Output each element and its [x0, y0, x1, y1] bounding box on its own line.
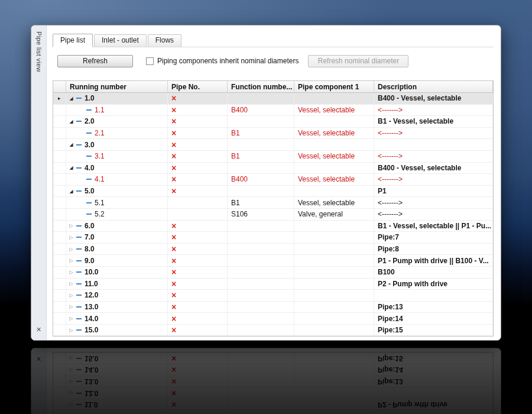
tree-toggle-icon[interactable]: ◢: [67, 165, 75, 170]
col-header-function-number[interactable]: Function numbe...: [228, 81, 294, 92]
table-row[interactable]: ▷ 9.0 × P1 - Pump with drive || B100 - V…: [53, 255, 493, 267]
col-header-pipe-component[interactable]: Pipe component 1: [294, 81, 374, 92]
table-row[interactable]: ▷ 14.0 × Pipe:14: [53, 313, 493, 325]
table-row[interactable]: ▷ 6.0 × B1 - Vessel, selectable || P1 - …: [53, 221, 493, 232]
table-row[interactable]: 1.1 × B400 Vessel, selectable <------->: [53, 105, 493, 117]
function-number: [228, 302, 294, 313]
description: <------->: [374, 151, 493, 162]
description: [374, 290, 493, 301]
tree-toggle-icon[interactable]: ▷: [67, 304, 75, 309]
error-x-icon: ×: [171, 117, 176, 125]
tab-inlet-outlet[interactable]: Inlet - outlet: [94, 34, 147, 47]
tree-toggle-icon[interactable]: ▷: [67, 328, 75, 333]
checkbox-box[interactable]: [146, 57, 154, 65]
pipe-component: [294, 221, 374, 232]
description: <------->: [374, 174, 493, 185]
table-row[interactable]: ▷ 8.0 × Pipe:8: [53, 244, 493, 255]
tree-toggle-icon[interactable]: ▷: [67, 235, 75, 240]
tree-toggle-icon[interactable]: ◢: [67, 142, 75, 147]
table-row[interactable]: ▷ 13.0 × Pipe:13: [53, 302, 493, 313]
inherit-diameters-checkbox[interactable]: Piping components inherit nominal diamet…: [146, 57, 299, 65]
running-number: 15.0: [85, 326, 98, 334]
table-row[interactable]: ◢ 3.0 ×: [53, 139, 493, 151]
close-icon[interactable]: ✕: [31, 326, 46, 334]
tree-toggle-icon[interactable]: ▷: [67, 258, 75, 263]
running-number: 1.0: [85, 94, 95, 102]
tree-dash-icon: [76, 271, 82, 273]
refresh-button[interactable]: Refresh: [57, 55, 133, 67]
function-number: [228, 267, 294, 278]
description: P1 - Pump with drive || B100 - V...: [374, 255, 493, 266]
tree-dash-icon: [76, 237, 82, 238]
description: Pipe:13: [374, 302, 493, 313]
description: B400 - Vessel, selectable: [374, 93, 493, 104]
description: B1 - Vessel, selectable || P1 - Pu...: [374, 221, 493, 232]
pipe-component: [294, 93, 374, 104]
pipe-component: [294, 244, 374, 255]
tree-toggle-icon[interactable]: ▷: [67, 293, 75, 298]
tab-flows[interactable]: Flows: [148, 34, 181, 47]
tree-toggle-icon[interactable]: ▷: [67, 247, 75, 252]
error-x-icon: ×: [171, 164, 176, 172]
col-header-pipe-no[interactable]: Pipe No.: [168, 81, 228, 92]
table-body: ▸ ◢ 1.0 × B400 - Vessel, selectable 1.1 …: [53, 93, 493, 336]
tree-toggle-icon[interactable]: ▷: [67, 316, 75, 321]
tree-toggle-icon[interactable]: ◢: [67, 96, 75, 101]
table-row[interactable]: ▷ 11.0 × P2 - Pump with drive: [53, 279, 493, 290]
table-row[interactable]: ▷ 15.0 × Pipe:15: [53, 325, 493, 337]
pipe-table: Running number Pipe No. Function numbe..…: [53, 80, 494, 337]
pipe-component: [294, 313, 374, 324]
col-header-description[interactable]: Description: [374, 81, 493, 92]
running-number: 3.0: [85, 141, 95, 149]
tree-dash-icon: [76, 318, 82, 319]
toolbar: Refresh Piping components inherit nomina…: [53, 54, 494, 67]
tree-dash-icon: [86, 202, 92, 203]
description: [374, 139, 493, 150]
table-row[interactable]: 2.1 × B1 Vessel, selectable <------->: [53, 128, 493, 140]
error-x-icon: ×: [171, 152, 176, 160]
refresh-nominal-diameter-button[interactable]: Refresh nominal diameter: [308, 55, 408, 67]
pipe-component: Vessel, selectable: [294, 151, 374, 162]
running-number: 10.0: [85, 268, 98, 276]
table-row[interactable]: 4.1 × B400 Vessel, selectable <------->: [53, 174, 493, 186]
running-number: 1.1: [95, 106, 105, 114]
tab-pipe-list[interactable]: Pipe list: [53, 34, 93, 47]
error-x-icon: ×: [171, 268, 176, 276]
table-row[interactable]: ◢ 5.0 × P1: [53, 186, 493, 198]
error-x-icon: ×: [171, 303, 176, 311]
error-x-icon: ×: [171, 326, 176, 334]
pipe-component: Vessel, selectable: [294, 105, 374, 116]
tree-toggle-icon[interactable]: ▷: [67, 281, 75, 286]
pipe-component: [294, 267, 374, 278]
tree-dash-icon: [76, 306, 82, 308]
function-number: B400: [228, 105, 294, 116]
tree-toggle-icon[interactable]: ◢: [67, 119, 75, 124]
table-row[interactable]: ▷ 7.0 × Pipe:7: [53, 232, 493, 244]
tree-dash-icon: [76, 260, 82, 261]
error-x-icon: ×: [171, 280, 176, 288]
description: B400 - Vessel, selectable: [374, 163, 493, 174]
table-row[interactable]: 3.1 × B1 Vessel, selectable <------->: [53, 151, 493, 163]
tree-toggle-icon[interactable]: ◢: [67, 189, 75, 194]
error-x-icon: ×: [171, 129, 176, 137]
table-row[interactable]: 5.1 B1 Vessel, selectable <------->: [53, 197, 493, 209]
tree-toggle-icon[interactable]: ▷: [67, 270, 75, 275]
table-row[interactable]: ▸ ◢ 1.0 × B400 - Vessel, selectable: [53, 93, 493, 105]
col-header-running-number[interactable]: Running number: [66, 81, 168, 92]
pipe-component: [294, 325, 374, 336]
table-row[interactable]: ▷ 12.0 ×: [53, 290, 493, 302]
running-number: 2.1: [95, 129, 105, 137]
error-x-icon: ×: [171, 141, 176, 149]
running-number: 5.1: [95, 199, 105, 207]
description: <------->: [374, 209, 493, 220]
function-number: [228, 116, 294, 127]
table-row[interactable]: 5.2 S106 Valve, general <------->: [53, 209, 493, 221]
panel-content: Pipe list Inlet - outlet Flows Refresh P…: [47, 25, 501, 340]
description: Pipe:15: [374, 325, 493, 336]
table-row[interactable]: ▷ 10.0 × B100: [53, 267, 493, 279]
table-row[interactable]: ◢ 2.0 × B1 - Vessel, selectable: [53, 116, 493, 128]
description: <------->: [374, 128, 493, 139]
function-number: [228, 325, 294, 336]
table-row[interactable]: ◢ 4.0 × B400 - Vessel, selectable: [53, 163, 493, 174]
tree-toggle-icon[interactable]: ▷: [67, 223, 75, 228]
